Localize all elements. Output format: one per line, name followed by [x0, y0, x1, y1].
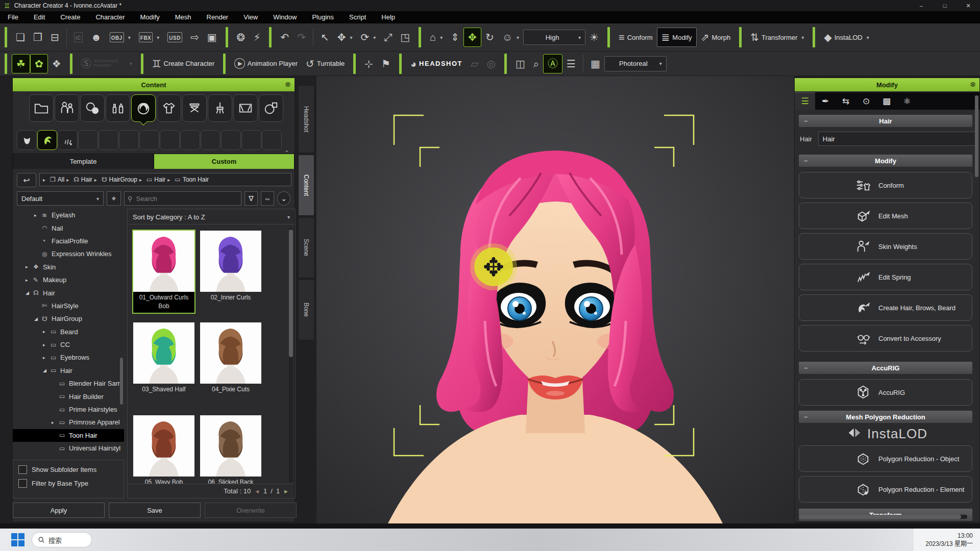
viewport-3d[interactable]: ✥	[316, 76, 794, 523]
move-tool-button[interactable]: ✥	[333, 27, 357, 47]
texture-card-button[interactable]: ▱	[467, 54, 482, 74]
hair-thumbnail[interactable]: 01_Outward Curls Bob	[132, 230, 195, 314]
edit-expression-button[interactable]: ✿	[30, 54, 48, 73]
menu-item[interactable]: Window	[265, 11, 304, 23]
instalod-menu-button[interactable]: ◆ InstaLOD	[820, 27, 873, 47]
minimize-button[interactable]: –	[910, 0, 933, 11]
content-cube-button[interactable]: ❖	[48, 54, 65, 74]
tab-attribute[interactable]: ✒	[815, 92, 836, 110]
animation-player-button[interactable]: ▶ Animation Player	[230, 54, 302, 74]
tree-item[interactable]: ▭ Blender Hair Sam	[13, 377, 124, 390]
vertical-scrollbar[interactable]	[975, 95, 978, 177]
close-icon[interactable]: ⊗	[970, 80, 976, 88]
tree-item[interactable]: ▸ ≋ Eyelash	[13, 209, 124, 221]
tree-item[interactable]: ◔ FacialProfile	[13, 235, 124, 247]
show-subfolder-checkbox[interactable]	[18, 465, 27, 474]
side-tab-bone[interactable]: Bone	[298, 280, 314, 340]
rotate-tool-button[interactable]: ⟳	[357, 27, 380, 47]
tree-item[interactable]: ▸ ✎ Makeup	[13, 273, 124, 286]
content-panel-header[interactable]: Content ⊗	[13, 78, 295, 91]
tree-item[interactable]: ▸ ▭ CC	[13, 338, 124, 351]
edit-pose-button[interactable]: ☘	[12, 54, 30, 73]
tree-item[interactable]: ▸ ▭ Eyebrows	[13, 351, 124, 364]
filter-button[interactable]: ∇	[244, 191, 258, 206]
menu-item[interactable]: Render	[199, 11, 236, 23]
zoom-selected-button[interactable]: ⌕	[529, 54, 543, 74]
tab-template[interactable]: Template	[13, 154, 154, 169]
export-obj-button[interactable]: OBJ	[106, 27, 135, 47]
menu-item[interactable]: View	[236, 11, 265, 23]
tree-item[interactable]: ▭ Toon Hair	[13, 429, 124, 442]
tree-expander[interactable]: ◢	[34, 316, 42, 321]
reduction-button[interactable]: Polygon Reduction - Object	[799, 445, 972, 472]
save-button[interactable]: Save	[109, 503, 201, 518]
breadcrumb-back-button[interactable]: ↩	[17, 173, 36, 187]
side-tab-scene[interactable]: Scene	[298, 217, 314, 278]
sub-beard[interactable]	[17, 130, 37, 150]
menu-item[interactable]: File	[0, 11, 26, 23]
category-character[interactable]	[55, 94, 79, 122]
tab-settings[interactable]: ⚛	[897, 92, 917, 110]
pan-tool-button[interactable]: ✥	[463, 28, 481, 47]
open-project-button[interactable]: ❒	[29, 27, 46, 47]
auto-focus-button[interactable]: Ⓐ	[543, 54, 562, 73]
category-makeup[interactable]	[106, 94, 130, 122]
hair-thumbnail[interactable]: 06_Slicked Back	[199, 414, 262, 489]
taskbar-clock[interactable]: 13:00 2023/3/13 星期一	[914, 529, 980, 551]
headshot-button[interactable]: ◕ HEADSHOT	[406, 54, 467, 74]
preset-dropdown[interactable]: Default	[17, 191, 104, 206]
modify-action-button[interactable]: Edit Mesh	[799, 203, 972, 229]
tree-item[interactable]: ▭ Hair Builder	[13, 390, 124, 403]
conform-mode-button[interactable]: ≡ Conform	[615, 27, 657, 47]
sort-dropdown[interactable]: Sort by Category : A to Z	[129, 210, 294, 224]
tree-expander[interactable]: ▸	[43, 329, 51, 334]
menu-item[interactable]: Script	[341, 11, 374, 23]
tree-item[interactable]: ◢ ☊ Hair	[13, 286, 124, 299]
tree-expander[interactable]: ▸	[52, 420, 59, 425]
tree-item[interactable]: ▸ ❖ Skin	[13, 261, 124, 273]
export-button[interactable]: ⇨	[186, 27, 203, 47]
orbit-tool-button[interactable]: ↻	[481, 27, 498, 47]
new-project-button[interactable]: ❏	[12, 27, 29, 47]
menu-item[interactable]: Plugins	[304, 11, 341, 23]
tree-item[interactable]: ◢ ▭ Hair	[13, 364, 124, 377]
collapse-icon[interactable]: −	[804, 413, 808, 421]
quality-dropdown[interactable]: High	[523, 30, 585, 45]
category-project[interactable]	[29, 94, 54, 122]
breadcrumb-item[interactable]: ▭ Toon Hair	[167, 176, 209, 183]
import-avatar-button[interactable]: ☻	[87, 27, 106, 47]
substance-painter-button[interactable]: Ⓢ SUBSTANCE PAINTER	[77, 54, 136, 74]
visibility-button[interactable]: ◫	[511, 54, 529, 74]
section-hair[interactable]: − Hair	[799, 115, 972, 127]
collapse-icon[interactable]: −	[804, 117, 808, 125]
tree-expander[interactable]: ▸	[43, 355, 51, 360]
modify-panel-header[interactable]: Modify ⊗	[795, 78, 979, 91]
menu-item[interactable]: Help	[374, 11, 403, 23]
hair-thumbnail[interactable]: 05_Wavy Bob	[132, 414, 195, 489]
select-tool-button[interactable]: ↖	[316, 27, 333, 47]
menu-item[interactable]: Mesh	[167, 11, 199, 23]
breadcrumb-item[interactable]: ❐ All	[43, 176, 64, 183]
category-stage[interactable]	[233, 94, 258, 122]
tab-material[interactable]: ⊙	[856, 92, 876, 110]
flag-button[interactable]: ⚑	[377, 54, 395, 74]
camera-home-button[interactable]: ⌂	[426, 27, 447, 47]
more-options-button[interactable]: ⌄	[277, 191, 290, 206]
close-icon[interactable]: ⊗	[285, 80, 291, 88]
filter-base-type-checkbox[interactable]	[18, 479, 27, 488]
category-cloth[interactable]	[157, 94, 181, 122]
menu-item[interactable]: Modify	[132, 11, 167, 23]
collapse-icon[interactable]: −	[804, 364, 808, 372]
tree-expander[interactable]: ◢	[26, 290, 33, 295]
tree-item[interactable]: ▸ ▭ Primrose Apparel	[13, 416, 124, 429]
undo-button[interactable]: ↶	[276, 27, 293, 47]
swap-view-button[interactable]: ⇔	[261, 191, 274, 206]
tree-item[interactable]: ◎ Expression Wrinkles	[13, 247, 124, 260]
render-style-dropdown[interactable]: Photoreal	[604, 56, 667, 71]
menu-item[interactable]: Edit	[26, 11, 53, 23]
modify-action-button[interactable]: Create Hair, Brows, Beard	[799, 294, 972, 321]
prev-page-icon[interactable]: ◄	[254, 488, 260, 494]
tree-expander[interactable]: ▸	[26, 278, 33, 283]
sub-hair[interactable]	[37, 130, 57, 150]
menu-item[interactable]: Character	[88, 11, 132, 23]
